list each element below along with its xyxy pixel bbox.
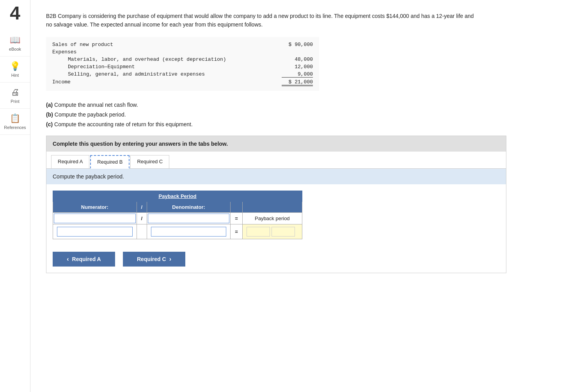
required-a-button[interactable]: ‹ Required A <box>53 252 115 267</box>
fin-amount-expenses <box>282 49 313 55</box>
answer-header: Complete this question by entering your … <box>46 136 506 152</box>
chevron-right-icon: › <box>169 256 171 263</box>
tab-required-c-label: Required C <box>137 159 163 164</box>
fin-amount-materials: 48,000 <box>282 57 313 62</box>
yellow-result-cell <box>242 224 302 239</box>
fin-label-materials: Materials, labor, and overhead (except d… <box>52 57 282 62</box>
problem-number: 4 <box>10 4 20 23</box>
financial-table: Sales of new product $ 90,000 Expenses M… <box>46 37 319 91</box>
result-input-1[interactable] <box>247 227 270 237</box>
part-b: (b) Compute the payback period. <box>46 110 545 120</box>
denominator-input-2[interactable] <box>151 227 227 237</box>
sidebar-item-print[interactable]: 🖨 Print <box>0 83 30 109</box>
problem-text: B2B Company is considering the purchase … <box>46 12 475 29</box>
sidebar-item-ebook[interactable]: 📖 eBook <box>0 30 30 57</box>
part-labels: (a) Compute the annual net cash flow. (b… <box>46 100 545 130</box>
equals-1: = <box>231 213 242 224</box>
part-a: (a) Compute the annual net cash flow. <box>46 100 545 110</box>
fin-row-sales: Sales of new product $ 90,000 <box>52 41 313 48</box>
fin-amount-sales: $ 90,000 <box>282 42 313 48</box>
references-icon: 📋 <box>10 113 20 124</box>
denominator-input-1[interactable] <box>148 214 230 223</box>
tab-required-c[interactable]: Required C <box>130 155 169 169</box>
required-c-button-label: Required C <box>137 256 166 262</box>
numerator-input-cell-2[interactable] <box>53 224 137 239</box>
payback-data-row-1: / = Payback period <box>53 213 302 224</box>
result-input-2[interactable] <box>272 227 295 237</box>
fin-amount-depreciation: 12,000 <box>282 64 313 70</box>
fin-label-income: Income <box>52 79 282 86</box>
fin-amount-income: $ 21,000 <box>282 79 313 86</box>
answer-section: Complete this question by entering your … <box>46 136 506 273</box>
print-icon: 🖨 <box>11 87 20 97</box>
fin-amount-selling: 9,000 <box>282 71 313 78</box>
payback-result-row: = <box>53 224 302 239</box>
chevron-left-icon: ‹ <box>67 256 69 263</box>
main-content: B2B Company is considering the purchase … <box>30 0 561 392</box>
sidebar-item-references[interactable]: 📋 References <box>0 109 30 135</box>
tab-required-a[interactable]: Required A <box>51 155 89 169</box>
required-a-button-label: Required A <box>72 256 101 262</box>
denominator-input-cell-2[interactable] <box>147 224 231 239</box>
ebook-icon: 📖 <box>10 35 20 45</box>
header-equals <box>231 202 242 213</box>
empty-slash <box>137 224 147 239</box>
denominator-input-cell-1[interactable] <box>147 213 231 224</box>
nav-buttons: ‹ Required A Required C › <box>46 245 506 273</box>
header-slash: / <box>137 202 147 213</box>
fin-row-depreciation: Depreciation—Equipment 12,000 <box>52 63 313 71</box>
ebook-label: eBook <box>9 47 21 51</box>
header-result <box>242 202 302 213</box>
references-label: References <box>4 125 26 130</box>
fin-row-selling: Selling, general, and administrative exp… <box>52 71 313 78</box>
required-c-button[interactable]: Required C › <box>123 252 185 267</box>
payback-header-row: Numerator: / Denominator: <box>53 202 302 213</box>
header-denominator: Denominator: <box>147 202 231 213</box>
fin-label-selling: Selling, general, and administrative exp… <box>52 71 282 78</box>
part-a-letter: (a) <box>46 102 53 108</box>
numerator-input-cell-1[interactable] <box>53 213 137 224</box>
tab-required-a-label: Required A <box>58 159 83 164</box>
slash-1: / <box>137 213 147 224</box>
print-label: Print <box>11 99 20 104</box>
fin-row-expenses: Expenses <box>52 48 313 56</box>
equals-2: = <box>231 224 242 239</box>
tab-required-b[interactable]: Required B <box>90 155 130 169</box>
part-b-letter: (b) <box>46 111 53 118</box>
payback-result-label: Payback period <box>242 213 302 224</box>
fin-label-expenses: Expenses <box>52 49 282 55</box>
fin-row-income: Income $ 21,000 <box>52 78 313 87</box>
fin-row-materials: Materials, labor, and overhead (except d… <box>52 56 313 63</box>
part-c: (c) Compute the accounting rate of retur… <box>46 120 545 129</box>
header-numerator: Numerator: <box>53 202 137 213</box>
fin-label-sales: Sales of new product <box>52 42 282 48</box>
payback-title: Payback Period <box>53 191 302 202</box>
numerator-input-1[interactable] <box>54 214 136 223</box>
numerator-input-2[interactable] <box>57 227 133 237</box>
sidebar: 4 📖 eBook 💡 Hint 🖨 Print 📋 References <box>0 0 30 392</box>
payback-title-row: Payback Period <box>53 191 302 202</box>
hint-icon: 💡 <box>10 61 20 71</box>
tabs-row: Required A Required B Required C <box>46 152 506 169</box>
tab-required-b-label: Required B <box>97 159 122 165</box>
payback-table-wrapper: Payback Period Numerator: / Denominator: <box>46 184 506 245</box>
fin-label-depreciation: Depreciation—Equipment <box>52 64 282 70</box>
payback-table: Payback Period Numerator: / Denominator: <box>53 191 302 239</box>
tab-content-description: Compute the payback period. <box>46 169 506 184</box>
part-c-letter: (c) <box>46 121 53 127</box>
sidebar-item-hint[interactable]: 💡 Hint <box>0 57 30 83</box>
hint-label: Hint <box>11 73 19 78</box>
